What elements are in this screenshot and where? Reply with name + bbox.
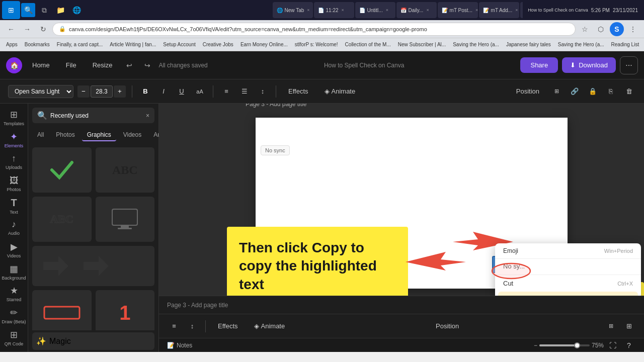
tab-videos[interactable]: Videos [118,129,146,141]
effects-button[interactable]: Effects [282,85,314,97]
sidebar-item-photos[interactable]: 🖼 Photos [2,173,26,194]
reading-list[interactable]: Reading List [609,41,641,48]
forward-button[interactable]: → [20,22,34,36]
tab-daily[interactable]: 📅Daily...× [396,2,437,18]
copy-button[interactable]: ⎘ [604,84,618,99]
magic-section[interactable]: ✨ Magic [32,332,154,350]
tab-1122[interactable]: 📄11:22× [314,2,354,18]
bookmark-button[interactable]: ☆ [578,22,592,36]
canvas-scroll[interactable]: Page 3 - Add page title Infromation magc… [159,104,644,296]
tab-all[interactable]: All [32,129,49,141]
clear-search-button[interactable]: × [146,112,149,119]
grid-button[interactable]: ⊞ [549,84,564,99]
tab-faqf1[interactable]: ❓FAQF...× [520,2,523,18]
sidebar-item-uploads[interactable]: ↑ Uploads [2,152,26,172]
tab-graphics[interactable]: Graphics [82,129,116,141]
taskview-icon[interactable]: ⧉ [37,3,51,17]
secondary-more-button[interactable]: ⊞ [622,319,636,333]
file-manager-icon[interactable]: 📁 [53,3,67,17]
bookmark-6[interactable]: stlforP s: Welcome! [293,41,340,48]
sidebar-item-background[interactable]: ▦ Background [2,262,26,282]
reload-button[interactable]: ↻ [36,22,50,36]
browser-menu-button[interactable]: ⋮ [626,22,640,36]
search-icon[interactable]: 🔍 [21,3,35,17]
bookmark-5[interactable]: Earn Money Online... [238,41,290,48]
font-size-increase[interactable]: + [114,85,126,98]
secondary-position-button[interactable]: Position [430,320,465,332]
bookmark-1[interactable]: Finally, a card capt... [55,41,105,48]
sidebar-item-elements[interactable]: ✦ Elements [2,130,26,150]
case-button[interactable]: aA [193,84,207,99]
spacing-button[interactable]: ↕ [256,84,270,99]
secondary-align-button[interactable]: ↕ [185,319,199,333]
home-nav-button[interactable]: Home [26,58,56,72]
zoom-control[interactable]: − 75% ⛶ ? [534,338,636,352]
list-button[interactable]: ☰ [237,84,252,99]
element-monitor[interactable] [96,197,155,242]
bookmark-9[interactable]: Saving the Hero (a... [451,41,501,48]
secondary-grid-button[interactable]: ⊞ [604,319,618,333]
element-abc-outline[interactable]: ABC [32,197,92,242]
bookmark-10[interactable]: Japanese fairy tales [504,41,553,48]
animate-button[interactable]: ◈ Animate [318,85,362,97]
element-abc-text[interactable]: ABC [96,147,155,193]
sidebar-item-draw[interactable]: ✏ Draw (Beta) [2,306,26,326]
delete-button[interactable]: 🗑 [622,84,636,99]
font-selector[interactable]: Open Sans Light [8,85,73,98]
canva-logo[interactable]: 🏠 [6,57,22,73]
link-button[interactable]: 🔗 [568,84,582,99]
bookmark-2[interactable]: Article Writing | fan... [108,41,158,48]
tab-mt-add[interactable]: 📝mT Add...× [479,2,519,18]
align-button[interactable]: ≡ [219,84,233,99]
sidebar-item-audio[interactable]: ♪ Audio [2,218,26,238]
extensions-button[interactable]: ⬡ [594,22,608,36]
sidebar-item-text[interactable]: T Text [2,196,26,216]
element-rect-red[interactable] [32,290,92,330]
secondary-animate-button[interactable]: ◈ Animate [248,320,291,332]
element-number-red[interactable]: 1 [96,290,155,330]
undo-button[interactable]: ↩ [122,58,136,72]
font-size-input[interactable] [91,85,113,98]
bookmark-bookmarks[interactable]: Bookmarks [23,41,52,48]
share-button[interactable]: Share [520,57,558,73]
back-button[interactable]: ← [4,22,18,36]
search-box[interactable]: 🔍 × [32,108,154,123]
more-options-button[interactable]: ··· [620,56,638,74]
italic-button[interactable]: I [156,84,171,99]
profile-button[interactable]: S [610,22,624,36]
sidebar-item-templates[interactable]: ⊞ Templates [2,108,26,128]
element-arrows[interactable] [32,246,154,286]
fullscreen-button[interactable]: ⛶ [606,338,620,352]
start-button[interactable]: ⊞ [2,1,20,19]
edge-icon[interactable]: 🌐 [69,3,84,17]
download-button[interactable]: ⬇ Download [562,57,616,73]
bookmark-4[interactable]: Creative Jobs [201,41,235,48]
bookmark-11[interactable]: Saving the Hero (a... [556,41,606,48]
tab-mt-post[interactable]: 📝mT Post...× [438,2,478,18]
tab-untitled[interactable]: 📄Untitl...× [355,2,395,18]
help-button[interactable]: ? [622,338,636,352]
secondary-list-button[interactable]: ≡ [167,319,181,333]
secondary-effects-button[interactable]: Effects [212,320,244,332]
sidebar-item-videos[interactable]: ▶ Videos [2,240,26,260]
sidebar-item-qr[interactable]: ⊞ QR Code [2,328,26,348]
underline-button[interactable]: U [175,84,189,99]
bookmark-8[interactable]: New Subscriber | Al... [396,41,448,48]
position-button[interactable]: Position [510,85,545,97]
file-nav-button[interactable]: File [60,58,83,72]
bold-button[interactable]: B [138,84,152,99]
search-input[interactable] [50,112,143,119]
zoom-out-button[interactable]: − [534,342,537,349]
tab-photos[interactable]: Photos [51,129,79,141]
sidebar-item-starred[interactable]: ★ Starred [2,284,26,304]
context-menu-item-copy[interactable]: Copy Ctrl+C [498,292,638,296]
font-size-decrease[interactable]: − [77,85,90,98]
bookmark-7[interactable]: Collection of the M... [343,41,393,48]
bookmark-apps[interactable]: Apps [4,41,20,48]
notes-button[interactable]: 📝 Notes [167,342,192,349]
resize-nav-button[interactable]: Resize [87,58,119,72]
element-checkmark[interactable] [32,147,92,193]
bookmark-3[interactable]: Setup Account [161,41,198,48]
url-bar[interactable]: 🔒 canva.com/design/DAEwh1fjPs/DE6OXvNwLC… [52,23,576,36]
redo-button[interactable]: ↪ [140,58,154,72]
